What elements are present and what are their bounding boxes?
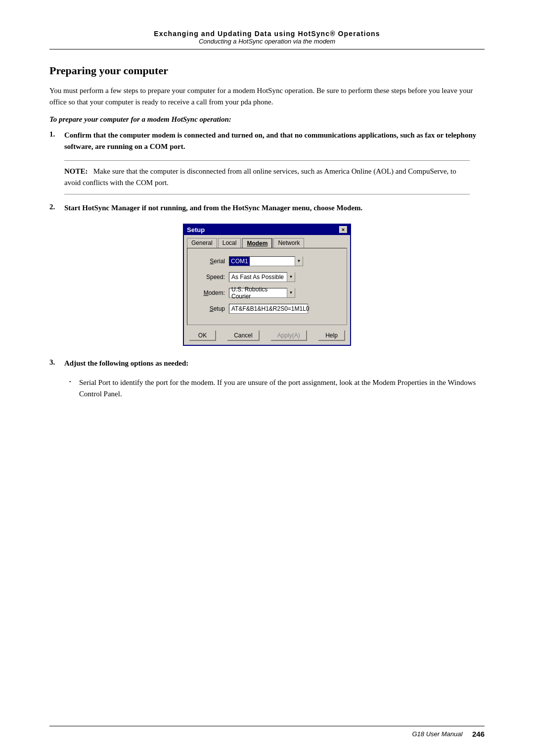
section-heading: Preparing your computer <box>49 64 485 77</box>
steps-list-2: 2. Start HotSync Manager if not running,… <box>49 202 485 214</box>
speed-input: As Fast As Possible <box>229 272 287 282</box>
bullet-text-1: Serial Port to identify the port for the… <box>79 377 485 400</box>
setup-label: Setup <box>195 305 225 312</box>
footer-rule <box>49 726 485 726</box>
dialog-buttons: OK Cancel Apply(A) Help <box>184 328 350 345</box>
tab-local[interactable]: Local <box>218 238 241 248</box>
dialog-tabs: General Local Modem Network <box>184 235 350 248</box>
step-3-number: 3. <box>49 358 64 367</box>
note-box: NOTE: Make sure that the computer is dis… <box>64 160 470 194</box>
page: Exchanging and Updating Data using HotSy… <box>0 0 534 756</box>
speed-dropdown-arrow[interactable]: ▼ <box>287 272 295 282</box>
header-title: Exchanging and Updating Data using HotSy… <box>49 30 485 38</box>
header-divider <box>49 49 485 49</box>
note-text: NOTE: Make sure that the computer is dis… <box>64 167 456 187</box>
step-1-content: Confirm that the computer modem is conne… <box>64 130 485 153</box>
dialog-body: Serial COM1 ▼ Speed: As Fast As Possible… <box>187 248 347 325</box>
dialog-title: Setup <box>187 226 205 234</box>
cancel-button[interactable]: Cancel <box>227 330 259 341</box>
bullet-list: • Serial Port to identify the port for t… <box>69 377 485 400</box>
bullet-dot: • <box>69 377 79 386</box>
steps-list: 1. Confirm that the computer modem is co… <box>49 130 485 153</box>
footer-manual-name: G18 User Manual <box>412 730 462 738</box>
setup-field: Setup AT&F&B1&H1&R2S0=1M1L0 <box>195 304 339 314</box>
step-3: 3. Adjust the following options as neede… <box>49 358 485 369</box>
note-body: Make sure that the computer is disconnec… <box>64 167 456 187</box>
page-header: Exchanging and Updating Data using HotSy… <box>49 30 485 45</box>
note-label: NOTE: <box>64 167 88 175</box>
serial-input-group: COM1 ▼ <box>229 256 339 266</box>
ok-button[interactable]: OK <box>189 330 216 341</box>
step-2-number: 2. <box>49 202 64 211</box>
serial-dropdown-arrow[interactable]: ▼ <box>295 256 303 266</box>
tab-general[interactable]: General <box>187 238 217 248</box>
intro-text: You must perform a few steps to prepare … <box>49 85 485 108</box>
dialog-wrapper: Setup × General Local Modem Network <box>49 224 485 346</box>
header-subtitle: Conducting a HotSync operation via the m… <box>49 38 485 45</box>
modem-field: Modem: U.S. Robotics Courier ▼ <box>195 288 339 298</box>
speed-label: Speed: <box>195 274 225 281</box>
modem-label: Modem: <box>195 289 225 296</box>
serial-label: Serial <box>195 258 225 265</box>
help-button[interactable]: Help <box>318 330 345 341</box>
step-1-number: 1. <box>49 130 64 139</box>
tab-network[interactable]: Network <box>273 238 304 248</box>
page-footer: G18 User Manual 246 <box>49 730 485 738</box>
setup-input[interactable]: AT&F&B1&H1&R2S0=1M1L0 <box>229 304 308 314</box>
serial-field: Serial COM1 ▼ <box>195 256 339 266</box>
modem-input-group: U.S. Robotics Courier ▼ <box>229 288 339 298</box>
footer-page-number: 246 <box>472 730 485 738</box>
instruction-italic: To prepare your computer for a modem Hot… <box>49 115 485 124</box>
tab-modem[interactable]: Modem <box>242 238 272 248</box>
setup-dialog: Setup × General Local Modem Network <box>183 224 351 346</box>
speed-input-group: As Fast As Possible ▼ <box>229 272 339 282</box>
dialog-close-button[interactable]: × <box>339 226 347 233</box>
step-2-content: Start HotSync Manager if not running, an… <box>64 202 485 214</box>
steps-list-3: 3. Adjust the following options as neede… <box>49 358 485 369</box>
modem-input: U.S. Robotics Courier <box>229 288 287 298</box>
speed-field: Speed: As Fast As Possible ▼ <box>195 272 339 282</box>
step-1: 1. Confirm that the computer modem is co… <box>49 130 485 153</box>
step-3-content: Adjust the following options as needed: <box>64 358 485 369</box>
step-2: 2. Start HotSync Manager if not running,… <box>49 202 485 214</box>
bullet-item-1: • Serial Port to identify the port for t… <box>69 377 485 400</box>
serial-selected-text: COM1 <box>229 257 250 266</box>
modem-dropdown-arrow[interactable]: ▼ <box>287 288 295 298</box>
serial-input-box: COM1 <box>229 256 295 266</box>
footer-text: G18 User Manual 246 <box>412 730 485 738</box>
apply-button[interactable]: Apply(A) <box>270 330 307 341</box>
dialog-titlebar: Setup × <box>184 225 350 235</box>
